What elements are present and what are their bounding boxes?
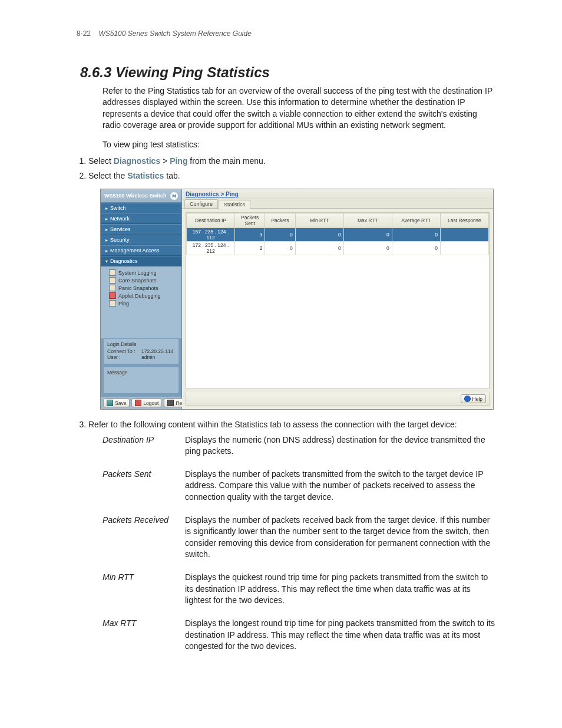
running-header: 8-22 WS5100 Series Switch System Referen… [77, 29, 497, 38]
chevron-right-icon: ▸ [105, 238, 108, 243]
cell-average-rtt: 0 [392, 228, 440, 242]
table-row[interactable]: 172 . 235 . 124 . 212 2 0 0 0 0 [187, 242, 489, 255]
nav-applet-label: Applet Debugging [118, 293, 161, 299]
nav-core-label: Core Snapshots [118, 278, 157, 284]
def-term: Packets Sent [103, 469, 185, 503]
col-max-rtt[interactable]: Max RTT [343, 213, 392, 228]
message-box: Message [103, 367, 179, 394]
save-icon [107, 400, 113, 406]
nav-core-snapshots[interactable]: Core Snapshots [109, 276, 181, 284]
def-desc: Displays the quickest round trip time fo… [185, 572, 497, 606]
col-average-rtt[interactable]: Average RTT [392, 213, 440, 228]
chevron-right-icon: ▸ [105, 216, 108, 222]
ping-icon [109, 300, 116, 307]
definitions-list: Destination IP Displays the numeric (non… [103, 434, 497, 653]
kw-statistics: Statistics [127, 171, 164, 180]
steps-list: Select Diagnostics > Ping from the main … [77, 156, 497, 182]
sidebar: WS5100 Wireless Switch M ▸Switch ▸Networ… [101, 189, 182, 409]
step-2: Select the Statistics tab. [88, 170, 497, 182]
def-term: Destination IP [103, 434, 185, 457]
save-button-label: Save [115, 400, 126, 406]
def-desc: Displays the longest round trip time for… [185, 618, 497, 652]
nav-ping-label: Ping [118, 301, 129, 307]
logout-button[interactable]: Logout [131, 398, 162, 407]
logout-icon [135, 400, 141, 406]
applet-icon [109, 292, 116, 299]
logout-button-label: Logout [143, 400, 158, 406]
login-details-box: Login Details Connect To :172.20.25.114 … [103, 338, 179, 364]
nav-menu: ▸Switch ▸Network ▸Services ▸Security ▸Ma… [101, 203, 181, 266]
chevron-right-icon: ▸ [105, 248, 108, 253]
tab-statistics[interactable]: Statistics [219, 200, 250, 209]
sidebar-button-row: Save Logout Refresh [101, 396, 181, 409]
nav-applet-debugging[interactable]: Applet Debugging [109, 292, 181, 299]
cell-packets-sent: 3 [235, 228, 265, 242]
intro-paragraph: Refer to the Ping Statistics tab for an … [103, 85, 497, 131]
step-2-post: tab. [164, 171, 180, 180]
cell-min-rtt: 0 [295, 228, 343, 242]
nav-system-logging[interactable]: System Logging [109, 269, 181, 276]
page-icon [109, 277, 116, 284]
step-3: Refer to the following content within th… [88, 419, 497, 430]
def-desc: Displays the number of packets transmitt… [185, 469, 497, 503]
cell-destination-ip: 157 . 235 . 124 . 112 [187, 228, 235, 242]
refresh-icon [167, 400, 174, 406]
cell-packets-received: 0 [265, 242, 295, 255]
cell-destination-ip: 172 . 235 . 124 . 212 [187, 242, 235, 255]
def-term: Max RTT [103, 618, 185, 652]
kw-diagnostics: Diagnostics [114, 156, 160, 166]
cell-last-response [440, 228, 488, 242]
login-user-label: User : [107, 354, 141, 360]
nav-services[interactable]: ▸Services [101, 224, 181, 235]
cell-max-rtt: 0 [343, 242, 392, 255]
step-1: Select Diagnostics > Ping from the main … [88, 156, 497, 167]
def-term: Packets Received [103, 515, 185, 560]
tab-configure[interactable]: Configure [184, 199, 218, 208]
login-details-legend: Login Details [107, 341, 175, 347]
login-connect-to-value: 172.20.25.114 [141, 348, 173, 354]
nav-security-label: Security [110, 237, 130, 243]
help-button[interactable]: Help [461, 394, 486, 403]
nav-diag-label: Diagnostics [110, 258, 138, 264]
nav-syslog-label: System Logging [118, 270, 157, 276]
table-row[interactable]: 157 . 235 . 124 . 112 3 0 0 0 0 [187, 228, 489, 242]
nav-diagnostics[interactable]: ▾Diagnostics [101, 256, 181, 266]
col-destination-ip[interactable]: Destination IP [187, 213, 235, 228]
table-header-row: Destination IP Packets Sent Packets Min … [187, 213, 489, 228]
nav-switch[interactable]: ▸Switch [101, 203, 181, 213]
nav-security[interactable]: ▸Security [101, 235, 181, 245]
login-user-value: admin [141, 354, 155, 360]
steps-list-continued: Refer to the following content within th… [77, 419, 497, 430]
save-button[interactable]: Save [103, 398, 130, 407]
help-icon [464, 396, 471, 402]
nav-diagnostics-subtree: System Logging Core Snapshots Panic Snap… [101, 266, 181, 309]
col-last-response[interactable]: Last Response [440, 213, 488, 228]
page-number: 8-22 [77, 29, 91, 38]
nav-management-access[interactable]: ▸Management Access [101, 245, 181, 256]
col-min-rtt[interactable]: Min RTT [295, 213, 343, 228]
section-title: 8.6.3 Viewing Ping Statistics [80, 64, 497, 81]
kw-ping: Ping [170, 156, 187, 166]
app-screenshot: WS5100 Wireless Switch M ▸Switch ▸Networ… [100, 189, 494, 410]
page-icon [109, 285, 116, 291]
nav-switch-label: Switch [110, 205, 126, 211]
cell-last-response [440, 242, 488, 255]
nav-mgmt-label: Management Access [110, 248, 160, 253]
def-desc: Displays the number of packets received … [185, 515, 497, 560]
nav-panic-label: Panic Snapshots [118, 285, 158, 291]
col-packets-sent[interactable]: Packets Sent [235, 213, 265, 228]
chevron-right-icon: ▸ [105, 227, 108, 232]
brand-text: WS5100 Wireless Switch [104, 193, 166, 199]
brand-bar: WS5100 Wireless Switch M [101, 189, 181, 203]
col-packets-received[interactable]: Packets [265, 213, 295, 228]
nav-services-label: Services [110, 226, 131, 232]
page-icon [109, 269, 116, 276]
tab-row: Configure Statistics [182, 199, 493, 209]
help-button-label: Help [472, 396, 482, 402]
nav-network-label: Network [110, 216, 130, 222]
cell-packets-sent: 2 [235, 242, 265, 255]
nav-ping[interactable]: Ping [109, 299, 181, 307]
def-desc: Displays the numeric (non DNS address) d… [185, 434, 497, 457]
nav-network[interactable]: ▸Network [101, 213, 181, 224]
nav-panic-snapshots[interactable]: Panic Snapshots [109, 284, 181, 292]
